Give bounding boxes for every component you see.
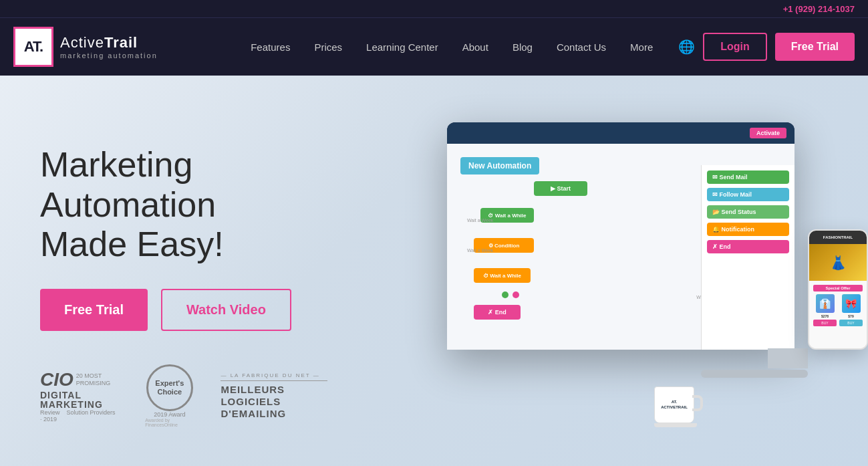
product-1-price: $278 — [821, 314, 829, 318]
logo-initials: AT. — [24, 38, 43, 55]
fabrique-main: MEILLEURS LOGICIELSD'EMAILING — [221, 384, 327, 420]
experts-year: 2019 Award — [154, 411, 185, 418]
award-experts-choice: Expert'sChoice 2019 Award Awarded by Fin… — [145, 364, 194, 427]
mug-handle — [692, 395, 703, 411]
monitor-stand — [768, 348, 808, 368]
automation-title: New Automation — [460, 157, 539, 174]
monitor-header: Activate — [447, 122, 794, 144]
award-cio: CIO 20 MOSTPROMISING DIGITALMARKETING Re… — [40, 369, 118, 423]
login-button[interactable]: Login — [703, 33, 767, 61]
fabrique-top: — LA FABRIQUE DU NET — — [221, 372, 327, 381]
nav-item-blog[interactable]: Blog — [500, 18, 545, 76]
experts-text: Expert'sChoice — [155, 379, 184, 396]
product-2-img: 🎀 — [842, 294, 861, 313]
cio-text: CIO — [40, 369, 74, 390]
phone-content: 👗 Special Offer 👔 $278 BUY 🎀 — [809, 244, 867, 348]
flow-label1: Wait a Week — [467, 218, 493, 223]
side-item-notification: 🔔 Notification — [707, 223, 789, 236]
navbar: AT. ActiveTrail marketing automation Fea… — [0, 17, 868, 76]
award-fabrique: — LA FABRIQUE DU NET — MEILLEURS LOGICIE… — [221, 372, 327, 420]
phone-header: FASHIONTRAIL — [809, 231, 867, 244]
logo-box: AT. — [13, 27, 53, 67]
hero-content: Marketing Automation Made Easy! Free Tri… — [0, 105, 368, 454]
mug: AT. ACTIVETRAIL — [654, 386, 701, 430]
product-2-btn[interactable]: BUY — [839, 320, 863, 326]
monitor-screen: Activate New Automation ▶ Start ⏱ Wait a… — [447, 122, 794, 350]
phone-link[interactable]: +1 (929) 214-1037 — [783, 4, 855, 14]
monitor-content: New Automation ▶ Start ⏱ Wait a While ⚙ … — [447, 144, 794, 350]
cio-sub: 20 MOSTPROMISING — [76, 372, 111, 387]
side-item-end: ✗ End — [707, 240, 789, 253]
monitor: Activate New Automation ▶ Start ⏱ Wait a… — [447, 122, 808, 390]
globe-icon[interactable]: 🌐 — [678, 39, 695, 55]
logo[interactable]: AT. ActiveTrail marketing automation — [13, 27, 158, 67]
side-item-send-mail: ✉ Send Mail — [707, 170, 789, 184]
phone-store-name: FASHIONTRAIL — [823, 235, 853, 239]
product-1-img: 👔 — [816, 294, 835, 313]
logo-subtitle: marketing automation — [60, 51, 158, 60]
nav-links: Features Prices Learning Center About Bl… — [239, 18, 665, 76]
mug-base — [654, 423, 697, 427]
product-2-price: $79 — [848, 314, 853, 318]
experts-source: Awarded by FinancesOnline — [145, 418, 194, 427]
flow-node-end: ✗ End — [474, 305, 521, 320]
phone-screen: FASHIONTRAIL 👗 Special Offer 👔 — [809, 231, 867, 348]
hero-section: Marketing Automation Made Easy! Free Tri… — [0, 76, 868, 466]
side-item-follow-mail: ✉ Follow Mail — [707, 188, 789, 201]
flow-node-start: ▶ Start — [534, 181, 587, 196]
awards-row: CIO 20 MOSTPROMISING DIGITALMARKETING Re… — [40, 364, 327, 427]
mobile-phone: FASHIONTRAIL 👗 Special Offer 👔 — [808, 229, 868, 350]
phone-product-2: 🎀 $79 BUY — [839, 294, 863, 326]
free-trial-hero-button[interactable]: Free Trial — [40, 289, 148, 331]
flow-node-wait2: ⏱ Wait a While — [474, 268, 531, 283]
phone-product-area: Special Offer 👔 $278 BUY 🎀 $79 BUY — [809, 281, 867, 330]
activate-button[interactable]: Activate — [750, 128, 786, 138]
monitor-side-panel: ✉ Send Mail ✉ Follow Mail 📂 Send Status … — [701, 165, 794, 350]
logo-brand: ActiveTrail — [60, 34, 158, 51]
top-bar: +1 (929) 214-1037 — [0, 0, 868, 17]
nav-item-learning-center[interactable]: Learning Center — [354, 18, 450, 76]
banner-placeholder: 👗 — [809, 244, 867, 281]
hero-title: Marketing Automation Made Easy! — [40, 145, 327, 265]
logo-text: ActiveTrail marketing automation — [60, 34, 158, 60]
nav-item-prices[interactable]: Prices — [302, 18, 354, 76]
flow-label2: Wait a Week — [467, 248, 493, 253]
cio-category: DIGITALMARKETING — [40, 390, 103, 409]
experts-badge: Expert'sChoice — [146, 364, 193, 411]
phone-offer-badge: Special Offer — [813, 285, 863, 292]
nav-actions: 🌐 Login Free Trial — [678, 33, 855, 61]
side-item-send-status: 📂 Send Status — [707, 205, 789, 219]
mug-body: AT. ACTIVETRAIL — [654, 386, 694, 423]
nav-item-contact-us[interactable]: Contact Us — [545, 18, 618, 76]
hero-buttons: Free Trial Watch Video — [40, 289, 327, 331]
nav-item-features[interactable]: Features — [239, 18, 302, 76]
hero-visual: Activate New Automation ▶ Start ⏱ Wait a… — [434, 109, 868, 457]
watch-video-button[interactable]: Watch Video — [161, 289, 291, 331]
monitor-base — [701, 370, 808, 378]
product-1-btn[interactable]: BUY — [813, 320, 837, 326]
flow-dots — [502, 292, 519, 298]
nav-item-about[interactable]: About — [450, 18, 500, 76]
phone-products: 👔 $278 BUY 🎀 $79 BUY — [813, 294, 863, 326]
cio-year: Review Solution Providers · 2019 — [40, 409, 118, 423]
nav-item-more[interactable]: More — [618, 18, 665, 76]
free-trial-nav-button[interactable]: Free Trial — [775, 33, 855, 61]
mug-logo: AT. ACTIVETRAIL — [661, 400, 688, 409]
phone-banner: 👗 — [809, 244, 867, 281]
phone-product-1: 👔 $278 BUY — [813, 294, 837, 326]
